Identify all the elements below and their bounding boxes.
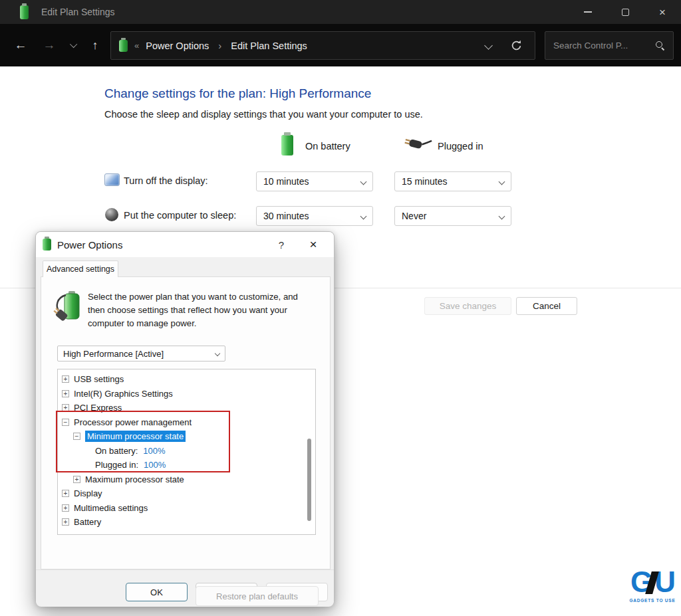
tree-item-label: Display xyxy=(74,488,102,498)
forward-button[interactable]: → xyxy=(38,24,61,66)
navigation-bar: ← → ↑ « Power Options › Edit Plan Settin… xyxy=(0,24,681,66)
tree-item[interactable]: +Display xyxy=(58,486,315,501)
address-dropdown-icon[interactable] xyxy=(484,41,493,50)
tree-item-label: Maximum processor state xyxy=(85,474,184,484)
up-button[interactable]: ↑ xyxy=(84,24,106,66)
tree-item[interactable]: +PCI Express xyxy=(58,401,315,415)
column-header-on-battery: On battery xyxy=(305,141,350,152)
turn-off-display-label: Turn off the display: xyxy=(124,175,208,186)
back-button[interactable]: ← xyxy=(9,24,32,66)
dialog-title: Power Options xyxy=(57,239,122,251)
column-header-plugged-in: Plugged in xyxy=(438,141,483,152)
expand-icon[interactable]: + xyxy=(62,375,69,383)
on-battery-icon xyxy=(281,135,293,155)
tree-item-label: Battery xyxy=(74,517,101,527)
page-title: Change settings for the plan: High Perfo… xyxy=(104,86,371,101)
up-icon: ↑ xyxy=(92,39,98,52)
tree-item-label: PCI Express xyxy=(74,403,122,413)
tree-item-label: Intel(R) Graphics Settings xyxy=(74,389,173,399)
chevron-down-icon xyxy=(70,41,77,48)
ok-button[interactable]: OK xyxy=(126,583,188,601)
power-battery-icon xyxy=(20,5,29,19)
display-icon xyxy=(104,173,120,186)
close-icon: × xyxy=(659,7,666,18)
advanced-settings-tree[interactable]: +USB settings+Intel(R) Graphics Settings… xyxy=(57,369,316,535)
power-options-dialog: Power Options ? × Advanced settings xyxy=(35,231,335,606)
expand-icon[interactable]: + xyxy=(62,504,69,512)
tree-item[interactable]: +USB settings xyxy=(58,372,315,387)
dialog-close-button[interactable]: × xyxy=(302,232,325,257)
back-icon: ← xyxy=(15,38,27,52)
expand-icon[interactable]: + xyxy=(62,390,69,397)
chevron-down-icon xyxy=(499,213,505,219)
tree-item[interactable]: +Maximum processor state xyxy=(58,472,315,487)
tree-item[interactable]: +Intel(R) Graphics Settings xyxy=(58,387,315,401)
breadcrumb-power-options[interactable]: Power Options xyxy=(146,41,209,51)
recent-pages-button[interactable] xyxy=(63,24,86,66)
cancel-button[interactable]: Cancel xyxy=(516,297,577,315)
refresh-icon[interactable] xyxy=(510,39,523,52)
search-box xyxy=(545,31,674,60)
breadcrumb-edit-plan-settings[interactable]: Edit Plan Settings xyxy=(231,41,307,51)
power-plan-select[interactable]: High Performance [Active] xyxy=(57,346,225,361)
dialog-description: Select the power plan that you want to c… xyxy=(88,290,311,330)
gu-logo: G U xyxy=(626,565,678,597)
plugged-in-icon xyxy=(403,136,432,157)
tree-item-label: USB settings xyxy=(74,374,124,384)
tree-item[interactable]: +Multimedia settings xyxy=(58,501,315,516)
display-on-battery-select[interactable]: 10 minutes xyxy=(256,171,373,191)
tree-item[interactable]: −Processor power management xyxy=(58,415,315,430)
expand-icon[interactable]: + xyxy=(62,404,69,411)
window-controls: × xyxy=(569,0,681,24)
tree-item-label: Processor power management xyxy=(74,417,192,427)
search-icon[interactable] xyxy=(655,41,665,51)
sleep-icon xyxy=(105,208,118,221)
maximize-button[interactable] xyxy=(607,0,644,24)
minimize-icon xyxy=(584,11,592,13)
search-input[interactable] xyxy=(553,41,655,51)
sleep-label: Put the computer to sleep: xyxy=(124,210,236,221)
tree-item[interactable]: +Battery xyxy=(58,515,315,530)
tree-item[interactable]: On battery:100% xyxy=(58,444,315,459)
collapse-icon[interactable]: − xyxy=(62,419,69,426)
save-changes-button[interactable]: Save changes xyxy=(424,297,511,315)
tree-item-value[interactable]: 100% xyxy=(144,460,166,470)
tree-item-label: On battery: xyxy=(95,446,138,456)
chevron-down-icon xyxy=(215,351,220,356)
sleep-on-battery-select[interactable]: 30 minutes xyxy=(256,206,373,226)
sleep-plugged-in-select[interactable]: Never xyxy=(394,206,511,226)
breadcrumb-overflow-chevrons[interactable]: « xyxy=(134,41,139,51)
display-plugged-in-value: 15 minutes xyxy=(402,176,447,187)
maximize-icon xyxy=(622,9,629,16)
tree-item[interactable]: −Minimum processor state xyxy=(58,429,315,444)
tree-item-label: Minimum processor state xyxy=(85,431,186,442)
expand-icon[interactable]: + xyxy=(62,518,69,526)
close-button[interactable]: × xyxy=(644,0,681,24)
tree-item[interactable]: Plugged in:100% xyxy=(58,458,315,472)
help-button[interactable]: ? xyxy=(270,232,293,257)
address-bar[interactable]: « Power Options › Edit Plan Settings xyxy=(110,31,535,60)
tree-item-value[interactable]: 100% xyxy=(143,446,165,456)
tab-advanced-settings[interactable]: Advanced settings xyxy=(43,260,118,277)
sleep-plugged-in-value: Never xyxy=(402,211,426,221)
expand-icon[interactable]: + xyxy=(73,476,80,483)
display-plugged-in-select[interactable]: 15 minutes xyxy=(394,171,511,191)
power-options-icon xyxy=(119,40,128,52)
minimize-button[interactable] xyxy=(569,0,607,24)
battery-plug-icon xyxy=(53,290,84,326)
gadgets-to-use-watermark: G U GADGETS TO USE xyxy=(626,565,678,603)
tree-scrollbar[interactable] xyxy=(307,439,311,521)
restore-plan-defaults-button[interactable]: Restore plan defaults xyxy=(196,586,319,606)
power-options-dialog-icon xyxy=(43,239,51,251)
sleep-on-battery-value: 30 minutes xyxy=(263,211,309,221)
display-on-battery-value: 10 minutes xyxy=(263,176,309,187)
expand-icon[interactable]: + xyxy=(62,490,69,497)
page-subtitle: Choose the sleep and display settings th… xyxy=(104,109,423,120)
collapse-icon[interactable]: − xyxy=(73,433,80,440)
breadcrumb-separator-icon: › xyxy=(218,40,221,51)
window-title: Edit Plan Settings xyxy=(41,7,115,17)
tree-item-label: Multimedia settings xyxy=(74,503,148,513)
tree-item-label: Plugged in: xyxy=(95,460,138,470)
chevron-down-icon xyxy=(499,178,505,185)
forward-icon: → xyxy=(43,38,56,52)
